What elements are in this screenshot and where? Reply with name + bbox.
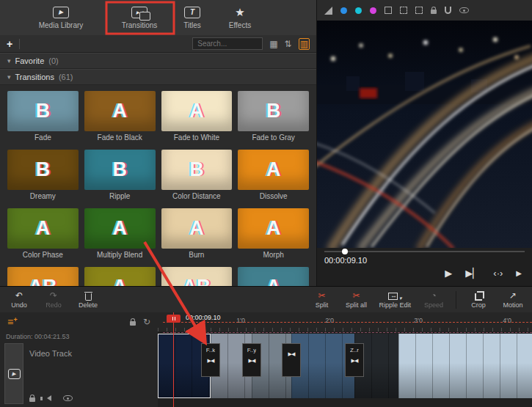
- video-track-icon: ▶: [8, 369, 21, 379]
- transition-thumbnail[interactable]: B: [7, 91, 79, 131]
- split-button[interactable]: ✂ Split: [310, 291, 333, 309]
- transition-thumbnail[interactable]: A: [238, 208, 309, 249]
- transition-thumbnail[interactable]: A: [84, 91, 156, 131]
- lock-icon[interactable]: [431, 10, 437, 14]
- crop-button[interactable]: Crop: [467, 291, 490, 309]
- play-button[interactable]: ▶: [445, 268, 452, 279]
- preview-scrubber[interactable]: [324, 248, 525, 255]
- snap-icon[interactable]: [445, 7, 451, 14]
- loop-icon[interactable]: ↻: [143, 317, 150, 327]
- motion-button[interactable]: ↗ Motion: [501, 291, 525, 309]
- timeline-clip[interactable]: F..k ▶◀: [158, 334, 211, 398]
- transition-thumbnail[interactable]: A: [84, 208, 156, 249]
- favorite-section-header[interactable]: ▾ Favorite (0): [0, 53, 316, 69]
- playhead-grip[interactable]: [167, 315, 181, 323]
- transition-tile[interactable]: B Ripple: [84, 150, 156, 201]
- transition-letter: B: [36, 158, 51, 181]
- scrubber-track[interactable]: [324, 251, 525, 252]
- transition-tile[interactable]: A: [238, 267, 309, 286]
- undo-button[interactable]: ↶ Undo: [7, 291, 31, 309]
- timeline-transition-badge[interactable]: Z..r ▶◀: [345, 343, 364, 377]
- timeline-clip[interactable]: ▶◀: [398, 334, 532, 398]
- transition-thumbnail[interactable]: A: [161, 208, 233, 249]
- transition-tile[interactable]: A Color Phase: [7, 208, 79, 260]
- transition-tile[interactable]: A Dissolve: [238, 150, 309, 201]
- grid-view-icon[interactable]: ▦: [269, 39, 277, 49]
- playhead-time: 00:00:09.10: [186, 314, 221, 321]
- add-favorite-button[interactable]: +: [7, 38, 12, 50]
- timeline-transition-badge[interactable]: F..y ▶◀: [242, 343, 261, 377]
- tab-effects[interactable]: ★ Effects: [219, 7, 260, 29]
- cyan-marker-dot-icon[interactable]: [355, 7, 362, 14]
- transition-label: F..y: [247, 347, 256, 353]
- delete-button[interactable]: Delete: [76, 291, 100, 309]
- transition-thumbnail[interactable]: A: [161, 91, 233, 131]
- transition-name: Fade to Black: [84, 133, 156, 142]
- transition-letter: B: [112, 158, 127, 181]
- transition-tile[interactable]: A Fade to Black: [84, 91, 156, 142]
- search-input[interactable]: [192, 37, 263, 50]
- library-toolbar: + ▦ ⇅ ▥: [0, 35, 316, 53]
- scrubber-handle[interactable]: [342, 249, 348, 254]
- blue-marker-dot-icon[interactable]: [340, 7, 347, 14]
- video-track-type-button[interactable]: ▶: [4, 343, 23, 404]
- magenta-marker-dot-icon[interactable]: [370, 7, 376, 14]
- transition-tile[interactable]: A Burn: [161, 208, 233, 260]
- track-lock-icon[interactable]: [29, 397, 35, 402]
- transition-thumbnail[interactable]: A: [238, 267, 309, 286]
- step-forward-button[interactable]: ▶▏: [465, 268, 480, 279]
- transition-thumbnail[interactable]: A: [7, 208, 79, 249]
- transition-thumbnail[interactable]: AB: [161, 267, 233, 286]
- transition-pair-icon: ▶◀: [208, 358, 214, 364]
- track-visibility-icon[interactable]: [63, 395, 73, 401]
- divider: [456, 291, 456, 309]
- ripple-edit-button[interactable]: ▾ Ripple Edit: [379, 291, 411, 309]
- timeline-transition-badge[interactable]: F..k ▶◀: [201, 343, 220, 377]
- transition-tile[interactable]: B Fade: [7, 91, 79, 142]
- tab-titles[interactable]: T Titles: [172, 7, 212, 29]
- redo-label: Redo: [45, 301, 62, 309]
- trim-start-icon[interactable]: [400, 7, 407, 14]
- trim-end-icon[interactable]: [415, 7, 423, 14]
- transition-tile[interactable]: AB: [161, 267, 233, 286]
- transition-thumbnail[interactable]: AB: [7, 267, 79, 286]
- eye-icon[interactable]: [459, 7, 469, 13]
- transition-tile[interactable]: A: [84, 267, 156, 286]
- transition-thumbnail[interactable]: A: [84, 267, 156, 286]
- undo-label: Undo: [11, 301, 27, 309]
- panel-toggle-icon[interactable]: ▥: [299, 38, 310, 50]
- transition-tile[interactable]: A Morph: [238, 208, 309, 260]
- transitions-icon: ▶◀: [131, 7, 147, 18]
- tab-transitions[interactable]: ▶◀ Transitions: [109, 7, 170, 29]
- motion-label: Motion: [503, 301, 522, 309]
- split-all-button[interactable]: ✂ Split all: [344, 291, 368, 309]
- transition-tile[interactable]: B Fade to Gray: [238, 91, 309, 142]
- favorite-label: Favorite: [15, 56, 45, 65]
- transition-thumbnail[interactable]: B: [238, 91, 309, 131]
- transition-thumbnail[interactable]: B: [7, 150, 79, 190]
- add-track-button[interactable]: ≡+: [7, 316, 17, 328]
- play-segment-button[interactable]: ▶: [516, 269, 522, 277]
- transition-tile[interactable]: A Multiply Blend: [84, 208, 156, 260]
- ruler-tool-icon[interactable]: [324, 7, 332, 15]
- timeline-transition-badge[interactable]: ▶◀: [282, 343, 301, 377]
- select-tool-icon[interactable]: [385, 7, 392, 14]
- transition-thumbnail[interactable]: A: [238, 150, 309, 190]
- transitions-section-header[interactable]: ▾ Transitions (61): [0, 69, 316, 85]
- video-track-label: Video Track: [29, 349, 73, 358]
- track-mute-icon[interactable]: [47, 395, 51, 401]
- redo-button[interactable]: ↷ Redo: [42, 291, 65, 309]
- marker-range-button[interactable]: ‹·›: [493, 268, 503, 279]
- transition-tile[interactable]: AB: [7, 267, 79, 286]
- transition-tile[interactable]: B Dreamy: [7, 150, 79, 201]
- transition-thumbnail[interactable]: B: [161, 150, 233, 190]
- speed-button[interactable]: ◔ Speed: [422, 291, 445, 309]
- video-track-lane[interactable]: F..k ▶◀ F..y ▶◀ ▶◀: [158, 331, 532, 407]
- transition-thumbnail[interactable]: B: [84, 150, 156, 190]
- sort-icon[interactable]: ⇅: [285, 39, 292, 49]
- tab-media-library[interactable]: ▶ Media Library: [33, 7, 89, 29]
- transition-tile[interactable]: A Fade to White: [161, 91, 233, 142]
- transition-tile[interactable]: B Color Distance: [161, 150, 233, 201]
- tab-label: Media Library: [39, 21, 84, 29]
- timeline-lock-icon[interactable]: [130, 321, 136, 326]
